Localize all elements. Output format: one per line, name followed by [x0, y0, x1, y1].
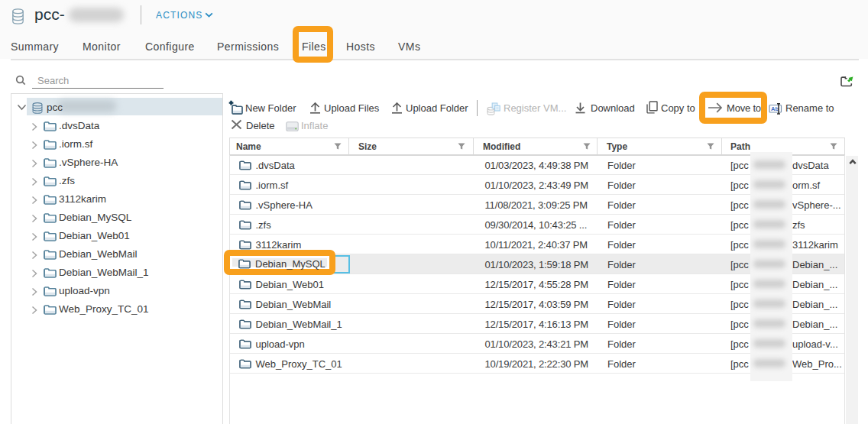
svg-text:Ab: Ab [771, 105, 779, 112]
